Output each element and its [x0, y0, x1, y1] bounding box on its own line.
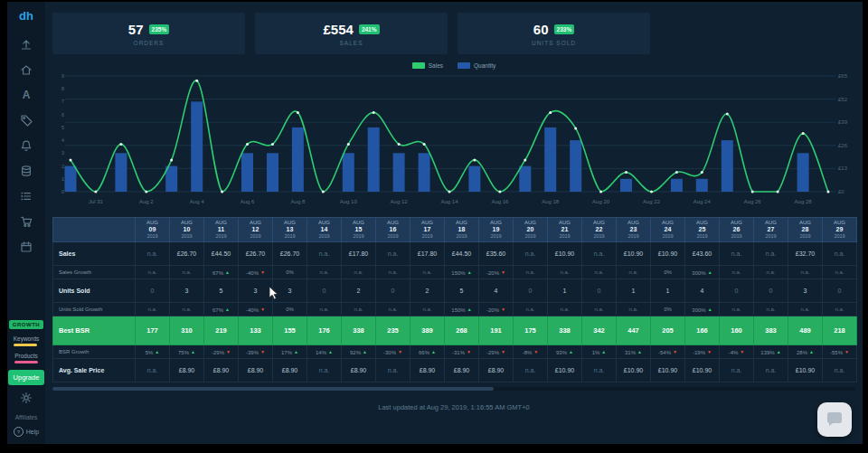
table-cell: £17.80	[342, 242, 376, 266]
svg-text:£65: £65	[838, 73, 848, 79]
date-column-header[interactable]: AUG252019	[685, 218, 720, 242]
table-cell: n.a.	[548, 303, 582, 316]
arrow-up-icon: ▲	[637, 349, 642, 354]
date-column-header[interactable]: AUG292019	[823, 218, 857, 242]
date-column-header[interactable]: AUG222019	[582, 218, 617, 242]
table-cell: n.a.	[617, 266, 651, 279]
table-cell: n.a.	[307, 303, 342, 316]
date-column-header[interactable]: AUG182019	[445, 218, 479, 242]
scrollbar-thumb[interactable]	[52, 387, 494, 391]
date-column-header[interactable]: AUG122019	[239, 218, 273, 242]
typography-icon[interactable]: A	[19, 88, 33, 102]
table-cell: -40%▼	[239, 266, 273, 279]
table-cell: 3	[239, 279, 273, 303]
table-cell: n.a.	[376, 359, 410, 382]
svg-text:9: 9	[61, 73, 64, 79]
date-column-header[interactable]: AUG272019	[754, 218, 788, 242]
arrow-down-icon: ▼	[533, 349, 538, 354]
settings-gear-icon[interactable]	[20, 392, 33, 408]
svg-text:5: 5	[61, 125, 64, 130]
table-cell: 1	[548, 279, 582, 303]
date-column-header[interactable]: AUG152019	[342, 218, 376, 242]
date-column-header[interactable]: AUG202019	[514, 218, 548, 242]
screen: dh A GROWTH Keywords Products Upgrade Af…	[0, 0, 868, 453]
calendar-icon[interactable]	[19, 240, 33, 254]
table-cell: £43.60	[685, 242, 720, 266]
table-cell: 338	[548, 316, 582, 345]
table-cell: 0	[754, 279, 788, 303]
kpi-card-units-sold[interactable]: 60 233% UNITS SOLD	[458, 13, 650, 54]
table-cell: 0	[307, 279, 342, 303]
sidebar-item-products[interactable]: Products	[14, 353, 38, 363]
sales-value: £554	[324, 22, 354, 37]
table-cell: £26.70	[239, 242, 273, 266]
home-icon[interactable]	[19, 62, 33, 77]
date-column-header[interactable]: AUG092019	[136, 218, 170, 242]
upload-icon[interactable]	[19, 37, 33, 52]
kpi-card-orders[interactable]: 57 235% ORDERS	[52, 13, 245, 54]
svg-text:Aug 26: Aug 26	[744, 199, 762, 204]
table-cell: 235	[376, 316, 410, 345]
table-cell: 28%▲	[788, 345, 823, 359]
date-column-header[interactable]: AUG102019	[170, 218, 204, 242]
legend-item-quantity[interactable]: Quantity	[458, 62, 495, 69]
arrow-up-icon: ▲	[467, 269, 472, 275]
table-cell: n.a.	[136, 266, 170, 279]
date-column-header[interactable]: AUG142019	[307, 218, 342, 242]
date-column-header[interactable]: AUG162019	[376, 218, 410, 242]
app-logo[interactable]: dh	[19, 9, 33, 23]
arrow-up-icon: ▲	[708, 269, 712, 275]
sidebar-item-affiliates[interactable]: Affiliates	[15, 414, 37, 420]
table-cell: 155	[273, 316, 307, 345]
sales-quantity-chart[interactable]: £0£13£26£39£52£650123456789Jul 31Aug 2Au…	[52, 71, 857, 212]
arrow-down-icon: ▼	[260, 307, 265, 312]
chat-widget-button[interactable]	[817, 402, 852, 437]
table-cell: 383	[754, 316, 788, 345]
upgrade-button[interactable]: Upgrade	[8, 370, 45, 385]
date-column-header[interactable]: AUG112019	[204, 218, 239, 242]
table-cell: £32.70	[788, 242, 823, 266]
arrow-up-icon: ▲	[431, 349, 436, 354]
svg-text:Aug 18: Aug 18	[542, 199, 560, 204]
arrow-up-icon: ▲	[708, 307, 712, 312]
tag-icon[interactable]	[19, 113, 33, 127]
date-column-header[interactable]: AUG282019	[788, 218, 823, 242]
date-column-header[interactable]: AUG232019	[617, 218, 651, 242]
help-button[interactable]: ? Help	[14, 427, 39, 437]
sidebar-item-keywords[interactable]: Keywords	[14, 335, 40, 346]
units-sold-growth-badge: 233%	[554, 24, 575, 34]
orders-value: 57	[128, 22, 144, 37]
arrow-up-icon: ▲	[569, 349, 573, 354]
date-column-header[interactable]: AUG212019	[548, 218, 582, 242]
table-cell: 218	[823, 316, 857, 345]
metrics-table-wrap: AUG092019AUG102019AUG112019AUG122019AUG1…	[52, 217, 857, 382]
svg-text:£26: £26	[838, 143, 848, 148]
table-cell: 0%	[273, 303, 307, 316]
sales-label: SALES	[340, 40, 363, 46]
table-cell: 1%▲	[582, 345, 617, 359]
table-cell: 150%▲	[445, 303, 479, 316]
table-cell: 0	[514, 279, 548, 303]
date-column-header[interactable]: AUG192019	[479, 218, 514, 242]
arrow-up-icon: ▲	[467, 307, 472, 312]
legend-item-sales[interactable]: Sales	[412, 62, 443, 69]
arrow-down-icon: ▼	[501, 269, 505, 275]
date-column-header[interactable]: AUG172019	[410, 218, 445, 242]
kpi-card-sales[interactable]: £554 241% SALES	[255, 13, 448, 54]
date-column-header[interactable]: AUG132019	[273, 218, 307, 242]
table-cell: n.a.	[823, 242, 857, 266]
products-progress-bar	[14, 361, 38, 363]
date-column-header[interactable]: AUG262019	[720, 218, 754, 242]
list-icon[interactable]	[19, 189, 33, 203]
database-icon[interactable]	[19, 164, 33, 178]
table-cell: 0%	[651, 303, 685, 316]
cart-icon[interactable]	[19, 214, 33, 229]
date-column-header[interactable]: AUG242019	[651, 218, 685, 242]
arrow-down-icon: ▼	[844, 349, 849, 354]
bell-icon[interactable]	[19, 138, 33, 153]
arrow-up-icon: ▲	[191, 349, 195, 354]
sidebar-nav: A	[19, 37, 33, 254]
table-cell: 133	[239, 316, 273, 345]
svg-text:Aug 14: Aug 14	[440, 199, 458, 204]
table-cell: 176	[307, 316, 342, 345]
